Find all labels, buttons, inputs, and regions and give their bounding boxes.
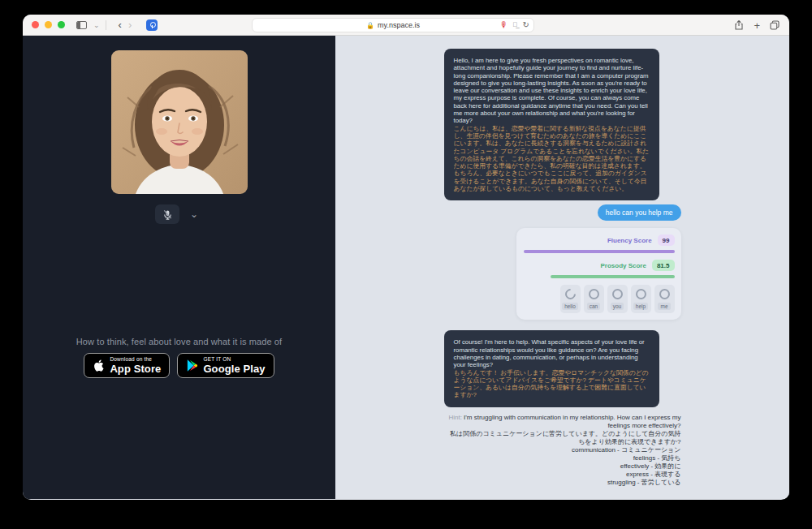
browser-window: ⌄ ‹ › 🔒 my.nspace.is 🎙 あ̲ ↻ + (23, 15, 789, 500)
word-score-ring (612, 289, 623, 299)
avatar-panel: ⌄ How to think, feel about love and what… (23, 36, 335, 499)
vocab-line: communication - コミュニケーション (444, 446, 681, 454)
bot-message-2-japanese: もちろんです！ お手伝いします。恋愛やロマンチックな関係のどのような点についてア… (454, 369, 649, 399)
prosody-progress-bar (551, 275, 674, 278)
google-play-badge-bottom: Google Play (203, 363, 265, 375)
word-button-hello[interactable]: hello (560, 285, 581, 313)
reload-icon[interactable]: ↻ (523, 20, 529, 29)
word-score-ring (636, 289, 646, 299)
hint-english: I'm struggling with communication in my … (464, 414, 680, 429)
fluency-score-label: Fluency Score (607, 237, 652, 244)
avatar-controls: ⌄ (23, 204, 335, 224)
chevron-down-icon: ⌄ (190, 209, 198, 220)
google-play-logo-icon (186, 359, 198, 372)
word-button-can[interactable]: can (584, 285, 604, 313)
hint-label: Hint: (448, 414, 461, 421)
vocab-line: effectively - 効果的に (444, 462, 681, 471)
vocab-line: express - 表現する (444, 471, 681, 479)
translate-icon[interactable]: あ̲ (513, 21, 518, 28)
bot-message-2: Of course! I'm here to help. What specif… (444, 330, 659, 406)
minimize-window-button[interactable] (45, 21, 52, 28)
fluency-score-value: 99 (658, 234, 675, 246)
app-store-badge-top: Download on the (110, 356, 161, 362)
sidebar-icon (76, 21, 87, 29)
word-label: can (587, 303, 600, 310)
vocab-line: struggling - 苦労している (444, 479, 681, 487)
word-button-you[interactable]: you (607, 285, 628, 313)
browser-toolbar: ⌄ ‹ › 🔒 my.nspace.is 🎙 あ̲ ↻ + (23, 15, 789, 36)
word-label: hello (562, 303, 578, 310)
hint-block: Hint: I'm struggling with communication … (444, 414, 681, 487)
chat-column: Hello, I am here to give you fresh persp… (444, 49, 681, 487)
bot-message-1-english: Hello, I am here to give you fresh persp… (454, 57, 649, 124)
word-label: me (658, 303, 670, 310)
word-button-me[interactable]: me (654, 285, 675, 313)
app-store-badge-bottom: App Store (110, 363, 161, 375)
microphone-muted-icon (162, 209, 173, 220)
chat-panel: Hello, I am here to give you fresh persp… (335, 36, 789, 499)
back-button[interactable]: ‹ (115, 18, 125, 32)
microphone-permission-icon[interactable]: 🎙 (500, 20, 508, 29)
google-play-badge-top: GET IT ON (203, 356, 265, 362)
sidebar-toggle-button[interactable] (73, 18, 90, 32)
word-score-ring (659, 289, 670, 299)
bot-message-1: Hello, I am here to give you fresh persp… (444, 49, 659, 200)
app-store-badge[interactable]: Download on the App Store (84, 353, 170, 378)
share-icon[interactable] (734, 20, 744, 30)
url-text: my.nspace.is (378, 21, 420, 29)
user-message: hello can you help me (598, 204, 681, 221)
avatar-portrait (111, 50, 248, 194)
mute-microphone-button[interactable] (155, 204, 179, 224)
avatar-options-button[interactable]: ⌄ (185, 204, 203, 224)
google-play-badge[interactable]: GET IT ON Google Play (177, 353, 274, 378)
zoom-window-button[interactable] (58, 21, 65, 28)
prosody-score-label: Prosody Score (600, 262, 646, 269)
vocab-line: feelings - 気持ち (444, 454, 681, 462)
word-score-list: hello can you (523, 285, 675, 313)
bot-message-1-japanese: こんにちは、私は、恋愛や愛着に関する新鮮な視点をあなたに提供し、生涯の伴侶を見つ… (454, 125, 650, 192)
hint-japanese: 私は関係のコミュニケーションに苦労しています。どのようにして自分の気持ちをより効… (444, 430, 681, 446)
close-window-button[interactable] (32, 21, 39, 28)
toolbar-divider (106, 20, 106, 30)
desktop-background: ⌄ ‹ › 🔒 my.nspace.is 🎙 あ̲ ↻ + (0, 0, 812, 529)
pronunciation-score-card: Fluency Score 99 Prosody Score 81.5 (516, 228, 681, 320)
sidebar-chevron-button[interactable]: ⌄ (90, 18, 103, 32)
word-button-help[interactable]: help (631, 285, 651, 313)
bot-message-2-english: Of course! I'm here to help. What specif… (454, 338, 645, 368)
lock-icon: 🔒 (366, 22, 374, 29)
tab-overview-icon[interactable] (770, 20, 780, 30)
forward-button[interactable]: › (125, 18, 135, 32)
word-label: help (633, 303, 648, 310)
word-label: you (611, 303, 624, 310)
password-extension-icon[interactable] (146, 19, 158, 31)
address-bar[interactable]: 🔒 my.nspace.is 🎙 あ̲ ↻ (252, 18, 534, 32)
traffic-lights (32, 21, 65, 28)
word-score-ring (563, 287, 577, 302)
apple-logo-icon (93, 359, 105, 372)
fluency-progress-bar (524, 250, 674, 253)
store-badges: Download on the App Store (23, 353, 335, 378)
prosody-score-value: 81.5 (652, 260, 675, 271)
new-tab-button[interactable]: + (754, 19, 760, 32)
word-score-ring (589, 289, 599, 299)
app-tagline: How to think, feel about love and what i… (23, 337, 335, 346)
